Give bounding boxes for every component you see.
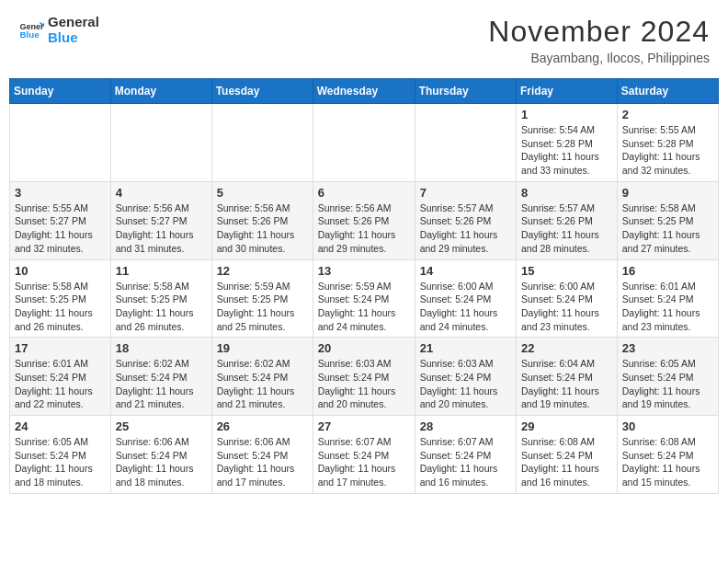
calendar-cell: 27Sunrise: 6:07 AMSunset: 5:24 PMDayligh… (313, 416, 415, 494)
logo-text-line2: Blue (48, 30, 99, 46)
calendar-cell (211, 104, 313, 182)
day-info: Sunrise: 6:01 AMSunset: 5:24 PMDaylight:… (15, 357, 106, 411)
day-number: 4 (116, 186, 207, 200)
day-info: Sunrise: 5:58 AMSunset: 5:25 PMDaylight:… (15, 280, 106, 334)
calendar-cell: 19Sunrise: 6:02 AMSunset: 5:24 PMDayligh… (211, 338, 313, 416)
day-number: 9 (622, 186, 713, 200)
day-info: Sunrise: 5:56 AMSunset: 5:27 PMDaylight:… (116, 201, 207, 256)
calendar-cell: 29Sunrise: 6:08 AMSunset: 5:24 PMDayligh… (517, 416, 618, 494)
calendar-cell: 8Sunrise: 5:57 AMSunset: 5:26 PMDaylight… (517, 181, 618, 259)
calendar-cell: 9Sunrise: 5:58 AMSunset: 5:25 PMDaylight… (617, 181, 718, 259)
day-number: 12 (217, 264, 308, 278)
calendar-cell (10, 104, 111, 182)
calendar-cell: 5Sunrise: 5:56 AMSunset: 5:26 PMDaylight… (211, 181, 313, 259)
weekday-header: Monday (110, 79, 211, 104)
calendar-cell: 2Sunrise: 5:55 AMSunset: 5:28 PMDaylight… (617, 104, 718, 182)
weekday-header: Wednesday (313, 79, 415, 104)
calendar-cell: 25Sunrise: 6:06 AMSunset: 5:24 PMDayligh… (110, 416, 211, 494)
calendar-cell: 21Sunrise: 6:03 AMSunset: 5:24 PMDayligh… (415, 338, 516, 416)
calendar-cell: 22Sunrise: 6:04 AMSunset: 5:24 PMDayligh… (517, 338, 618, 416)
calendar-cell (415, 104, 516, 182)
day-number: 16 (622, 264, 713, 278)
logo: General Blue General Blue (18, 15, 99, 45)
day-number: 8 (521, 186, 612, 200)
day-number: 3 (15, 186, 106, 200)
day-number: 29 (521, 419, 612, 433)
calendar-cell: 24Sunrise: 6:05 AMSunset: 5:24 PMDayligh… (10, 416, 111, 494)
weekday-header: Friday (517, 79, 618, 104)
day-info: Sunrise: 6:02 AMSunset: 5:24 PMDaylight:… (217, 357, 308, 411)
title-block: November 2024 Bayambang, Ilocos, Philipp… (488, 15, 710, 65)
month-title: November 2024 (488, 15, 710, 49)
calendar-cell: 13Sunrise: 5:59 AMSunset: 5:24 PMDayligh… (313, 259, 415, 338)
day-info: Sunrise: 6:00 AMSunset: 5:24 PMDaylight:… (521, 280, 612, 334)
day-number: 21 (420, 341, 511, 355)
day-number: 1 (521, 108, 612, 121)
day-info: Sunrise: 6:07 AMSunset: 5:24 PMDaylight:… (318, 435, 410, 489)
day-number: 27 (318, 419, 410, 433)
calendar-cell: 12Sunrise: 5:59 AMSunset: 5:25 PMDayligh… (211, 259, 313, 338)
calendar-cell: 3Sunrise: 5:55 AMSunset: 5:27 PMDaylight… (10, 181, 111, 259)
day-number: 7 (420, 186, 511, 200)
day-info: Sunrise: 6:07 AMSunset: 5:24 PMDaylight:… (420, 435, 511, 489)
day-info: Sunrise: 6:05 AMSunset: 5:24 PMDaylight:… (622, 357, 713, 411)
day-info: Sunrise: 6:06 AMSunset: 5:24 PMDaylight:… (116, 435, 207, 489)
calendar-cell: 20Sunrise: 6:03 AMSunset: 5:24 PMDayligh… (313, 338, 415, 416)
day-info: Sunrise: 6:03 AMSunset: 5:24 PMDaylight:… (420, 357, 511, 411)
logo-text-line1: General (48, 15, 99, 30)
day-info: Sunrise: 5:58 AMSunset: 5:25 PMDaylight:… (622, 201, 713, 256)
day-number: 15 (521, 264, 612, 278)
day-info: Sunrise: 5:56 AMSunset: 5:26 PMDaylight:… (318, 201, 410, 256)
svg-text:Blue: Blue (19, 29, 40, 40)
weekday-header: Tuesday (211, 79, 313, 104)
calendar-cell: 1Sunrise: 5:54 AMSunset: 5:28 PMDaylight… (517, 104, 618, 182)
calendar-cell: 14Sunrise: 6:00 AMSunset: 5:24 PMDayligh… (415, 259, 516, 338)
day-info: Sunrise: 5:55 AMSunset: 5:27 PMDaylight:… (15, 201, 106, 256)
day-number: 25 (116, 419, 207, 433)
calendar-cell: 26Sunrise: 6:06 AMSunset: 5:24 PMDayligh… (211, 416, 313, 494)
day-info: Sunrise: 6:04 AMSunset: 5:24 PMDaylight:… (521, 357, 612, 411)
calendar-cell (110, 104, 211, 182)
calendar-cell: 23Sunrise: 6:05 AMSunset: 5:24 PMDayligh… (617, 338, 718, 416)
calendar-cell: 30Sunrise: 6:08 AMSunset: 5:24 PMDayligh… (617, 416, 718, 494)
day-info: Sunrise: 5:56 AMSunset: 5:26 PMDaylight:… (217, 201, 308, 256)
calendar-cell: 10Sunrise: 5:58 AMSunset: 5:25 PMDayligh… (10, 259, 111, 338)
calendar-header: SundayMondayTuesdayWednesdayThursdayFrid… (10, 79, 719, 104)
day-info: Sunrise: 6:03 AMSunset: 5:24 PMDaylight:… (318, 357, 410, 411)
day-number: 23 (622, 341, 713, 355)
weekday-header: Sunday (10, 79, 111, 104)
day-number: 22 (521, 341, 612, 355)
day-info: Sunrise: 6:08 AMSunset: 5:24 PMDaylight:… (521, 435, 612, 489)
day-number: 18 (116, 341, 207, 355)
page-header: General Blue General Blue November 2024 … (9, 9, 719, 71)
calendar-cell: 7Sunrise: 5:57 AMSunset: 5:26 PMDaylight… (415, 181, 516, 259)
day-number: 11 (116, 264, 207, 278)
day-info: Sunrise: 6:01 AMSunset: 5:24 PMDaylight:… (622, 280, 713, 334)
weekday-header: Thursday (415, 79, 516, 104)
location-title: Bayambang, Ilocos, Philippines (488, 51, 710, 65)
day-info: Sunrise: 6:00 AMSunset: 5:24 PMDaylight:… (420, 280, 511, 334)
day-number: 13 (318, 264, 410, 278)
day-number: 20 (318, 341, 410, 355)
day-number: 10 (15, 264, 106, 278)
calendar-cell: 11Sunrise: 5:58 AMSunset: 5:25 PMDayligh… (110, 259, 211, 338)
day-info: Sunrise: 6:02 AMSunset: 5:24 PMDaylight:… (116, 357, 207, 411)
day-number: 24 (15, 419, 106, 433)
day-info: Sunrise: 6:08 AMSunset: 5:24 PMDaylight:… (622, 435, 713, 489)
calendar-cell: 6Sunrise: 5:56 AMSunset: 5:26 PMDaylight… (313, 181, 415, 259)
day-number: 26 (217, 419, 308, 433)
calendar-cell: 17Sunrise: 6:01 AMSunset: 5:24 PMDayligh… (10, 338, 111, 416)
day-info: Sunrise: 5:59 AMSunset: 5:25 PMDaylight:… (217, 280, 308, 334)
weekday-header: Saturday (617, 79, 718, 104)
day-number: 19 (217, 341, 308, 355)
day-number: 28 (420, 419, 511, 433)
day-info: Sunrise: 5:54 AMSunset: 5:28 PMDaylight:… (521, 123, 612, 178)
day-info: Sunrise: 5:59 AMSunset: 5:24 PMDaylight:… (318, 280, 410, 334)
calendar-cell (313, 104, 415, 182)
calendar-cell: 18Sunrise: 6:02 AMSunset: 5:24 PMDayligh… (110, 338, 211, 416)
day-number: 14 (420, 264, 511, 278)
day-number: 2 (622, 108, 713, 121)
day-info: Sunrise: 6:05 AMSunset: 5:24 PMDaylight:… (15, 435, 106, 489)
day-info: Sunrise: 5:58 AMSunset: 5:25 PMDaylight:… (116, 280, 207, 334)
day-number: 30 (622, 419, 713, 433)
